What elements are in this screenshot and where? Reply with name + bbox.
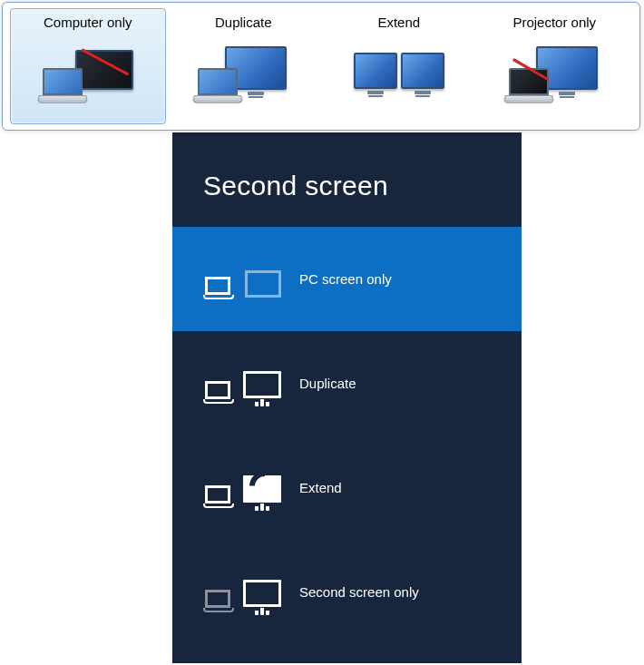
win8-option-label: PC screen only xyxy=(299,271,392,287)
win8-option-label: Extend xyxy=(299,480,342,495)
win7-option-projector-only[interactable]: Projector only xyxy=(477,8,633,124)
projector-only-icon xyxy=(500,35,609,106)
win7-option-label: Projector only xyxy=(512,15,596,30)
duplicate-icon xyxy=(203,358,281,409)
win8-option-second-screen-only[interactable]: Second screen only xyxy=(172,540,522,644)
win7-option-duplicate[interactable]: Duplicate xyxy=(166,8,322,124)
win7-option-label: Duplicate xyxy=(215,15,272,30)
extend-icon xyxy=(345,35,454,106)
win7-display-switcher: Computer only Duplicate Extend Projector… xyxy=(2,2,640,131)
win8-option-duplicate[interactable]: Duplicate xyxy=(172,331,522,435)
win8-second-screen-panel: Second screen PC screen only Duplicate E… xyxy=(172,132,522,663)
extend-icon xyxy=(203,463,281,513)
win8-option-extend[interactable]: Extend xyxy=(172,435,522,540)
win7-option-extend[interactable]: Extend xyxy=(321,8,477,124)
win8-option-pc-screen-only[interactable]: PC screen only xyxy=(172,227,522,331)
win8-panel-title: Second screen xyxy=(172,132,522,227)
duplicate-icon xyxy=(189,35,298,106)
win7-option-computer-only[interactable]: Computer only xyxy=(10,8,166,124)
computer-only-icon xyxy=(34,35,142,106)
win8-option-label: Duplicate xyxy=(299,376,356,391)
win7-option-label: Extend xyxy=(377,15,420,30)
pc-screen-only-icon xyxy=(203,254,281,305)
win7-option-label: Computer only xyxy=(44,15,132,30)
second-screen-only-icon xyxy=(203,567,281,618)
win8-option-label: Second screen only xyxy=(299,584,419,600)
